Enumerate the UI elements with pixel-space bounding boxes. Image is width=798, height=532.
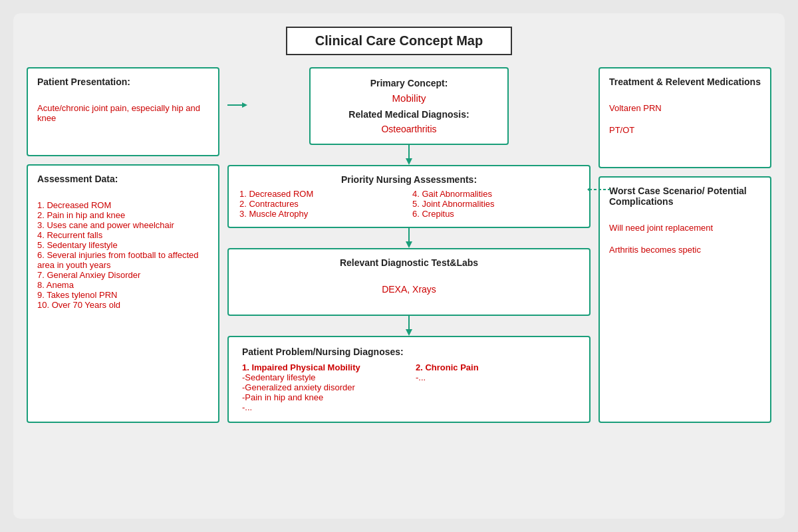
arrow-down-1	[227, 145, 591, 165]
worst-case-item-1: Will need joint replacement	[609, 223, 761, 233]
assessment-data-items: 1. Decreased ROM 2. Pain in hip and knee…	[37, 200, 209, 310]
arrow-down-2	[227, 228, 591, 248]
assessment-item-5: 5. Sedentary lifestyle	[37, 240, 209, 250]
pp-col1-item-3: -Pain in hip and knee	[242, 392, 402, 402]
treatment-box: Treatment & Relevent Medications Voltare…	[598, 67, 771, 168]
patient-presentation-heading: Patient Presentation:	[37, 76, 209, 87]
arrow-down-3	[227, 316, 591, 336]
priority-nursing-heading: Priority Nursing Assessments:	[239, 174, 579, 185]
priority-col-1: 1. Decreased ROM 2. Contractures 3. Musc…	[239, 189, 406, 219]
treatment-item-2: PT/OT	[609, 125, 761, 135]
patient-presentation-box: Patient Presentation: Acute/chronic join…	[27, 67, 219, 156]
priority-wrapper: Priority Nursing Assessments: 1. Decreas…	[227, 165, 591, 228]
priority-nursing-box: Priority Nursing Assessments: 1. Decreas…	[227, 165, 591, 228]
worst-case-item-2: Arthritis becomes spetic	[609, 245, 761, 255]
patient-presentation-content: Acute/chronic joint pain, especially hip…	[37, 103, 209, 123]
svg-marker-3	[406, 158, 412, 165]
patient-problem-heading: Patient Problem/Nursing Diagnoses:	[242, 346, 576, 357]
worst-case-heading: Worst Case Scenario/ Potential Complicat…	[609, 186, 761, 207]
pp-col2-title: 2. Chronic Pain	[416, 362, 576, 372]
right-dashed-arrow	[587, 185, 610, 197]
patient-problem-col-1: 1. Impaired Physical Mobility -Sedentary…	[242, 362, 402, 412]
assessment-item-4: 4. Recurrent falls	[37, 230, 209, 240]
assessment-data-box: Assessment Data: 1. Decreased ROM 2. Pai…	[27, 164, 219, 423]
assessment-item-10: 10. Over 70 Years old	[37, 300, 209, 310]
primary-concept-value: Mobility	[324, 92, 494, 104]
priority-item-5: 5. Joint Abnormalities	[412, 199, 579, 209]
down-arrow-svg-1	[402, 145, 416, 165]
priority-item-2: 2. Contractures	[239, 199, 406, 209]
pp-col1-item-1: -Sedentary lifestyle	[242, 372, 402, 382]
svg-marker-9	[406, 329, 412, 336]
assessment-item-9: 9. Takes tylenol PRN	[37, 290, 209, 300]
diagnosis-label: Related Medical Diagnosis:	[324, 109, 494, 120]
assessment-data-heading: Assessment Data:	[37, 174, 209, 184]
worst-case-box: Worst Case Scenario/ Potential Complicat…	[598, 176, 771, 423]
down-arrow-svg-2	[402, 228, 416, 248]
left-to-priority-arrow	[227, 100, 247, 112]
pp-col1-item-4: -...	[242, 402, 402, 412]
priority-item-3: 3. Muscle Atrophy	[239, 209, 406, 219]
pp-col2-item-1: -...	[416, 372, 576, 382]
pp-col1-title: 1. Impaired Physical Mobility	[242, 362, 402, 372]
treatment-heading: Treatment & Relevent Medications	[609, 76, 761, 87]
patient-problem-box: Patient Problem/Nursing Diagnoses: 1. Im…	[227, 336, 591, 423]
main-layout: Patient Presentation: Acute/chronic join…	[27, 67, 771, 423]
diagnosis-value: Osteoarthritis	[324, 124, 494, 134]
down-arrow-svg-3	[402, 316, 416, 336]
patient-problem-col-2: 2. Chronic Pain -...	[416, 362, 576, 412]
svg-marker-7	[406, 241, 412, 248]
priority-item-1: 1. Decreased ROM	[239, 189, 406, 199]
svg-marker-1	[242, 102, 247, 108]
priority-col-2: 4. Gait Abnormalities 5. Joint Abnormali…	[412, 189, 579, 219]
svg-marker-5	[587, 187, 591, 192]
assessment-item-8: 8. Anema	[37, 280, 209, 290]
primary-concept-label: Primary Concept:	[324, 78, 494, 88]
right-column: Treatment & Relevent Medications Voltare…	[598, 67, 771, 423]
diagnostic-box: Relevant Diagnostic Test&Labs DEXA, Xray…	[227, 248, 591, 316]
patient-problem-cols: 1. Impaired Physical Mobility -Sedentary…	[242, 362, 576, 412]
center-column: Primary Concept: Mobility Related Medica…	[227, 67, 591, 423]
title-box: Clinical Care Concept Map	[286, 27, 512, 55]
assessment-item-3: 3. Uses cane and power wheelchair	[37, 220, 209, 230]
assessment-item-7: 7. General Anxiey Disorder	[37, 270, 209, 280]
pp-col1-item-2: -Generalized anxiety disorder	[242, 382, 402, 392]
left-column: Patient Presentation: Acute/chronic join…	[27, 67, 219, 423]
canvas: Clinical Care Concept Map Patient Presen…	[13, 13, 785, 519]
treatment-item-1: Voltaren PRN	[609, 103, 761, 113]
primary-concept-box: Primary Concept: Mobility Related Medica…	[309, 67, 509, 145]
priority-cols: 1. Decreased ROM 2. Contractures 3. Musc…	[239, 189, 579, 219]
diagnostic-heading: Relevant Diagnostic Test&Labs	[239, 257, 579, 268]
assessment-item-2: 2. Pain in hip and knee	[37, 210, 209, 220]
dashed-arrow-svg	[587, 185, 610, 194]
priority-item-6: 6. Crepitus	[412, 209, 579, 219]
horizontal-arrow-svg	[227, 100, 247, 110]
assessment-item-6: 6. Several injuries from football to aff…	[37, 250, 209, 270]
assessment-item-1: 1. Decreased ROM	[37, 200, 209, 210]
page-title: Clinical Care Concept Map	[315, 33, 483, 48]
diagnostic-content: DEXA, Xrays	[239, 284, 579, 295]
priority-item-4: 4. Gait Abnormalities	[412, 189, 579, 199]
